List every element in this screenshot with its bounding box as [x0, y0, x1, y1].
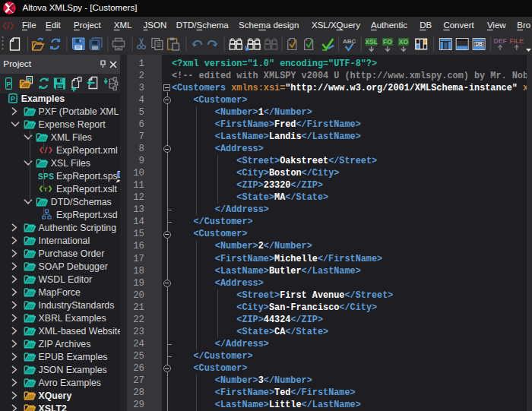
svg-text:P: P: [11, 95, 15, 103]
svg-text:XO: XO: [399, 38, 409, 46]
svg-text:T: T: [43, 186, 47, 193]
svg-text:FILE: FILE: [509, 37, 524, 45]
svg-text:DEF: DEF: [494, 37, 507, 45]
svg-text:XSL: XSL: [365, 38, 378, 46]
svg-text:FO: FO: [383, 38, 392, 46]
svg-text:SPS: SPS: [38, 172, 54, 181]
svg-text:ABC: ABC: [343, 38, 356, 45]
svg-text:P: P: [7, 81, 11, 88]
svg-text:DB: DB: [475, 41, 483, 46]
